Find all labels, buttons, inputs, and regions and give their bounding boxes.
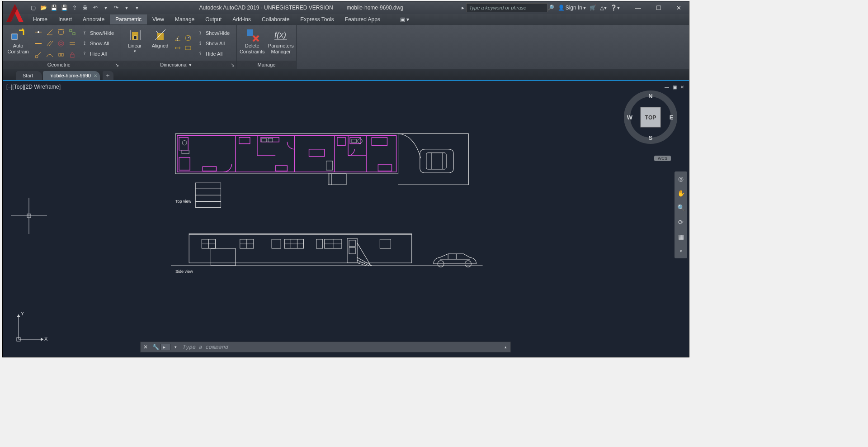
start-tab[interactable]: Start bbox=[16, 71, 42, 80]
qat-undo-dd-icon[interactable]: ▾ bbox=[102, 4, 110, 12]
viewcube-n[interactable]: N bbox=[648, 93, 652, 100]
viewcube-w[interactable]: W bbox=[627, 114, 633, 121]
app-menu-button[interactable] bbox=[4, 1, 26, 24]
geom-showall-button[interactable]: ⟟Show All bbox=[79, 38, 116, 48]
vp-max-icon[interactable]: ✕ bbox=[679, 84, 685, 90]
qat-new-icon[interactable]: ▢ bbox=[29, 4, 37, 12]
a360-icon[interactable]: △▾ bbox=[600, 5, 607, 11]
tab-collaborate[interactable]: Collaborate bbox=[256, 14, 295, 24]
equal-icon[interactable] bbox=[67, 38, 77, 48]
perpendicular-icon[interactable] bbox=[45, 27, 55, 37]
qat-plot-icon[interactable]: 🖶 bbox=[81, 4, 89, 12]
svg-rect-25 bbox=[247, 29, 253, 36]
qat-save-icon[interactable]: 💾 bbox=[50, 4, 58, 12]
tab-addins[interactable]: Add-ins bbox=[227, 14, 256, 24]
help-icon[interactable]: ❔▾ bbox=[610, 5, 620, 11]
vp-min-icon[interactable]: ― bbox=[664, 84, 670, 90]
svg-text:X: X bbox=[44, 336, 48, 342]
tab-annotate[interactable]: Annotate bbox=[77, 14, 110, 24]
tab-insert[interactable]: Insert bbox=[53, 14, 77, 24]
viewcube[interactable]: N E S W TOP bbox=[623, 90, 678, 146]
tab-parametric[interactable]: Parametric bbox=[110, 14, 147, 24]
viewcube-e[interactable]: E bbox=[670, 114, 674, 121]
nav-wheel-icon[interactable]: ◎ bbox=[676, 174, 685, 183]
qat-redo-dd-icon[interactable]: ▾ bbox=[123, 4, 131, 12]
nav-pan-icon[interactable]: ✋ bbox=[676, 189, 685, 198]
parallel-icon[interactable] bbox=[45, 38, 55, 48]
svg-rect-24 bbox=[185, 46, 191, 50]
delete-constraints-button[interactable]: Delete Constraints bbox=[239, 27, 266, 60]
panel-launcher-geometric[interactable]: ↘ bbox=[115, 61, 119, 69]
dim-hideall-button[interactable]: ⟟Hide All bbox=[195, 49, 231, 59]
search-input[interactable]: Type a keyword or phrase bbox=[466, 3, 547, 12]
new-tab-button[interactable]: ＋ bbox=[103, 71, 113, 80]
colinear-icon[interactable] bbox=[67, 27, 77, 37]
dim-radius-icon[interactable] bbox=[184, 34, 193, 43]
smooth-icon[interactable] bbox=[45, 50, 55, 60]
dim-diameter-icon[interactable] bbox=[174, 44, 183, 53]
tab-view[interactable]: View bbox=[147, 14, 170, 24]
file-title-text: mobile-home-9690.dwg bbox=[347, 5, 403, 11]
close-button[interactable]: ✕ bbox=[669, 1, 689, 14]
viewcube-s[interactable]: S bbox=[649, 134, 653, 141]
ribbon-min-icon[interactable]: ▣ ▾ bbox=[395, 14, 415, 24]
geom-hideall-button[interactable]: ⟟Hide All bbox=[79, 49, 116, 59]
qat-open-icon[interactable]: 📂 bbox=[39, 4, 47, 12]
tab-featured[interactable]: Featured Apps bbox=[340, 14, 386, 24]
svg-rect-95 bbox=[380, 239, 391, 248]
tab-manage[interactable]: Manage bbox=[170, 14, 200, 24]
drawing-canvas[interactable]: [–][Top][2D Wireframe] ― ▣ ✕ N E S W TOP… bbox=[3, 81, 689, 357]
tab-express[interactable]: Express Tools bbox=[295, 14, 339, 24]
cmd-close-icon[interactable]: ✕ bbox=[141, 344, 151, 350]
maximize-button[interactable]: ☐ bbox=[648, 1, 669, 14]
vertical-icon[interactable] bbox=[33, 50, 43, 60]
tab-home[interactable]: Home bbox=[28, 14, 53, 24]
minimize-button[interactable]: ― bbox=[628, 1, 648, 14]
binoculars-icon[interactable]: 🔎 bbox=[547, 5, 554, 11]
qat-saveas-icon[interactable]: 💾 bbox=[60, 4, 68, 12]
nav-showmotion-icon[interactable]: ▦ bbox=[676, 232, 685, 241]
fix-icon[interactable] bbox=[67, 50, 77, 60]
nav-orbit-icon[interactable]: ⟳ bbox=[676, 218, 685, 227]
cmd-prompt-icon[interactable]: ▸_ bbox=[160, 344, 170, 350]
linear-button[interactable]: Linear▾ bbox=[123, 27, 146, 60]
document-tab[interactable]: mobile-home-9690✕ bbox=[43, 71, 100, 80]
geom-showhide-button[interactable]: ⟟Show/Hide bbox=[79, 28, 116, 38]
nav-zoom-icon[interactable]: 🔍 bbox=[676, 203, 685, 212]
viewport-controls[interactable]: [–][Top][2D Wireframe] bbox=[6, 84, 61, 90]
svg-rect-18 bbox=[71, 54, 74, 57]
coincident-icon[interactable] bbox=[33, 27, 43, 37]
autoconstrain-button[interactable]: Auto Constrain bbox=[5, 27, 32, 60]
dim-angular-icon[interactable] bbox=[174, 34, 183, 43]
infocenter: 🔎 👤 Sign In ▾ 🛒 △▾ ❔▾ bbox=[547, 5, 620, 11]
tab-output[interactable]: Output bbox=[200, 14, 227, 24]
signin-button[interactable]: 👤 Sign In ▾ bbox=[558, 5, 586, 11]
ucs-icon[interactable]: X Y bbox=[12, 310, 48, 348]
dim-convert-icon[interactable] bbox=[184, 44, 193, 53]
vp-restore-icon[interactable]: ▣ bbox=[671, 84, 678, 90]
parameters-manager-button[interactable]: f(x) Parameters Manager bbox=[268, 27, 295, 60]
qat-undo-icon[interactable]: ↶ bbox=[91, 4, 99, 12]
panel-launcher-dimensional[interactable]: ↘ bbox=[231, 61, 235, 69]
concentric-icon[interactable] bbox=[56, 38, 66, 48]
svg-line-9 bbox=[47, 41, 51, 46]
viewcube-face[interactable]: TOP bbox=[645, 114, 656, 121]
horizontal-icon[interactable] bbox=[33, 38, 43, 48]
dim-showhide-button[interactable]: ⟟Show/Hide bbox=[195, 28, 231, 38]
qat-customize-icon[interactable]: ▾ bbox=[133, 4, 141, 12]
infocenter-arrow-icon[interactable]: ▸ bbox=[462, 5, 464, 11]
tangent-icon[interactable] bbox=[56, 27, 66, 37]
nav-expand-icon[interactable]: ▾ bbox=[676, 247, 685, 256]
cmd-history-icon[interactable]: ▴ bbox=[500, 345, 510, 349]
command-input[interactable]: Type a command bbox=[180, 344, 500, 350]
wcs-badge[interactable]: WCS bbox=[654, 156, 671, 161]
dim-showall-button[interactable]: ⟟Show All bbox=[195, 38, 231, 48]
cmd-customize-icon[interactable]: 🔧 bbox=[151, 344, 160, 350]
cmd-recent-icon[interactable]: ▾ bbox=[170, 345, 180, 349]
qat-share-icon[interactable]: ⇪ bbox=[71, 4, 79, 12]
close-tab-icon[interactable]: ✕ bbox=[94, 73, 97, 78]
symmetric-icon[interactable] bbox=[56, 50, 66, 60]
qat-redo-icon[interactable]: ↷ bbox=[112, 4, 120, 12]
aligned-button[interactable]: Aligned bbox=[148, 27, 172, 60]
exchange-icon[interactable]: 🛒 bbox=[590, 5, 596, 11]
